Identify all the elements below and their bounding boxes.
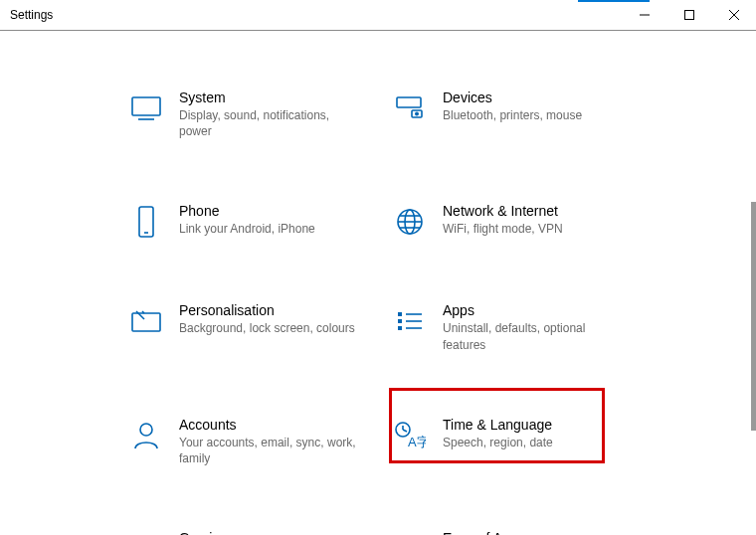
svg-rect-1	[684, 11, 693, 20]
accent-strip	[578, 0, 650, 2]
svg-rect-21	[398, 326, 402, 330]
category-network[interactable]: Network & Internet WiFi, flight mode, VP…	[393, 199, 657, 243]
category-title: Devices	[443, 89, 582, 105]
category-title: Phone	[179, 203, 315, 219]
devices-icon	[393, 91, 427, 125]
svg-point-8	[416, 112, 418, 114]
category-desc: Your accounts, email, sync, work, family	[179, 435, 363, 466]
category-desc: Link your Android, iPhone	[179, 221, 315, 237]
window-controls	[622, 0, 756, 30]
category-title: Ease of Access	[443, 530, 538, 535]
category-ease-of-access[interactable]: Ease of Access	[393, 526, 657, 535]
globe-icon	[393, 205, 427, 239]
category-desc: Display, sound, notifications, power	[179, 107, 363, 139]
scrollbar-thumb[interactable]	[751, 202, 756, 431]
category-title: Time & Language	[443, 417, 553, 433]
svg-rect-17	[398, 312, 402, 316]
category-personalisation[interactable]: Personalisation Background, lock screen,…	[129, 298, 393, 356]
categories-grid: System Display, sound, notifications, po…	[129, 86, 686, 535]
category-accounts[interactable]: Accounts Your accounts, email, sync, wor…	[129, 413, 393, 470]
category-desc: WiFi, flight mode, VPN	[443, 221, 563, 237]
category-title: Personalisation	[179, 302, 355, 318]
minimize-button[interactable]	[622, 0, 666, 30]
category-desc: Bluetooth, printers, mouse	[443, 107, 582, 123]
category-phone[interactable]: Phone Link your Android, iPhone	[129, 199, 393, 243]
category-gaming[interactable]: Gaming	[129, 526, 393, 535]
window-title: Settings	[10, 8, 53, 22]
category-title: Network & Internet	[443, 203, 563, 219]
titlebar: Settings	[0, 0, 756, 31]
category-desc: Speech, region, date	[443, 435, 553, 450]
svg-rect-16	[132, 313, 160, 331]
personalisation-icon	[129, 304, 163, 338]
category-title: Gaming	[179, 530, 228, 535]
content-area: System Display, sound, notifications, po…	[0, 31, 756, 535]
category-apps[interactable]: Apps Uninstall, defaults, optional featu…	[393, 298, 657, 356]
category-title: Accounts	[179, 417, 363, 433]
category-devices[interactable]: Devices Bluetooth, printers, mouse	[393, 86, 657, 143]
phone-icon	[129, 205, 163, 239]
category-system[interactable]: System Display, sound, notifications, po…	[129, 86, 393, 143]
category-time-language[interactable]: A字 Time & Language Speech, region, date	[393, 413, 657, 470]
category-title: System	[179, 89, 363, 105]
time-language-icon: A字	[393, 419, 427, 452]
maximize-button[interactable]	[666, 0, 711, 30]
svg-point-23	[140, 424, 152, 436]
svg-rect-6	[397, 97, 421, 107]
svg-text:A字: A字	[408, 435, 426, 449]
accounts-icon	[129, 419, 163, 452]
category-desc: Background, lock screen, colours	[179, 320, 355, 336]
svg-line-26	[403, 430, 407, 432]
category-desc: Uninstall, defaults, optional features	[443, 320, 627, 352]
close-button[interactable]	[711, 0, 756, 30]
category-title: Apps	[443, 302, 627, 318]
svg-rect-4	[132, 97, 160, 115]
svg-rect-19	[398, 319, 402, 323]
system-icon	[129, 91, 163, 125]
apps-icon	[393, 304, 427, 338]
